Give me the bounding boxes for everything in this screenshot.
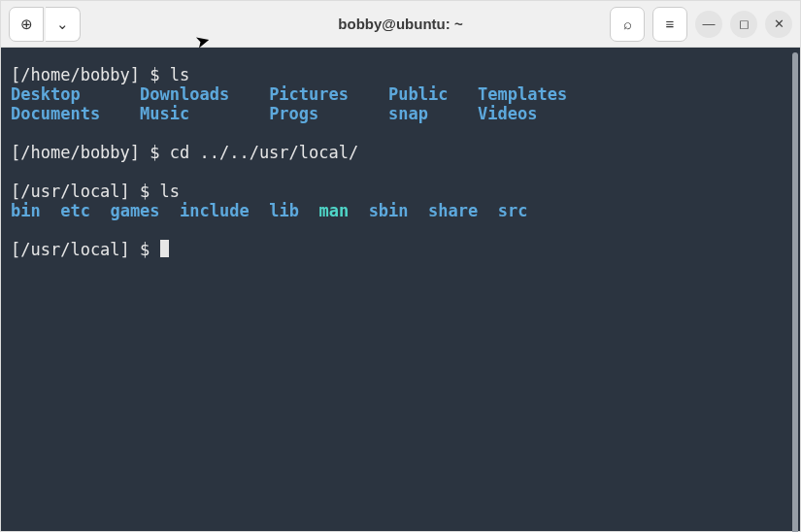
maximize-button[interactable]: ◻	[730, 11, 757, 38]
dir-entry: lib	[269, 201, 299, 220]
command: cd ../../usr/local/	[170, 143, 358, 162]
dir-entry: Pictures	[269, 84, 388, 104]
terminal-area[interactable]: [/home/bobby] $ ls Desktop Downloads Pic…	[1, 48, 800, 531]
new-tab-button[interactable]: ⊕	[9, 7, 44, 42]
command: ls	[170, 65, 189, 84]
close-button[interactable]: ✕	[765, 11, 792, 38]
dir-entry: Documents	[11, 104, 140, 123]
minimize-button[interactable]: —	[695, 11, 722, 38]
window-title: bobby@ubuntu: ~	[338, 16, 462, 32]
search-icon: ⌕	[623, 16, 632, 32]
dir-entry: etc	[60, 201, 90, 220]
dir-entry: src	[498, 201, 528, 220]
minimize-icon: —	[703, 17, 716, 31]
search-button[interactable]: ⌕	[610, 7, 645, 42]
dir-entry: Desktop	[11, 84, 140, 104]
hamburger-icon: ≡	[666, 16, 675, 32]
dir-entry: Videos	[478, 104, 537, 123]
dir-entry: Music	[140, 104, 269, 123]
terminal-window: ⊕ ⌄ ➤ bobby@ubuntu: ~ ⌕ ≡ — ◻ ✕	[0, 0, 801, 532]
prompt: [/home/bobby] $	[11, 65, 170, 84]
dir-entry: games	[110, 201, 159, 220]
prompt: [/usr/local] $	[11, 182, 160, 201]
titlebar: ⊕ ⌄ ➤ bobby@ubuntu: ~ ⌕ ≡ — ◻ ✕	[1, 1, 800, 48]
scrollbar[interactable]	[792, 52, 798, 532]
dir-entry: sbin	[369, 201, 409, 220]
dir-entry: share	[428, 201, 478, 220]
maximize-icon: ◻	[739, 17, 750, 31]
tab-dropdown-button[interactable]: ⌄	[46, 7, 81, 42]
dir-entry: bin	[11, 201, 41, 220]
close-icon: ✕	[774, 17, 784, 31]
dir-entry: snap	[388, 104, 478, 123]
new-tab-group: ⊕ ⌄	[9, 7, 81, 42]
terminal-output[interactable]: [/home/bobby] $ ls Desktop Downloads Pic…	[1, 48, 790, 523]
dir-entry: Public	[388, 84, 478, 104]
text-cursor	[160, 240, 169, 257]
dir-entry: man	[318, 201, 349, 220]
dir-entry: Downloads	[140, 84, 269, 104]
new-tab-icon: ⊕	[20, 16, 33, 33]
menu-button[interactable]: ≡	[652, 7, 687, 42]
dir-entry: include	[180, 201, 250, 220]
dir-entry: Progs	[269, 104, 388, 123]
prompt: [/home/bobby] $	[11, 143, 170, 162]
dir-entry: Templates	[478, 84, 567, 104]
prompt: [/usr/local] $	[11, 240, 160, 259]
command: ls	[160, 182, 180, 201]
window-controls: ⌕ ≡ — ◻ ✕	[610, 7, 792, 42]
chevron-down-icon: ⌄	[56, 16, 69, 33]
